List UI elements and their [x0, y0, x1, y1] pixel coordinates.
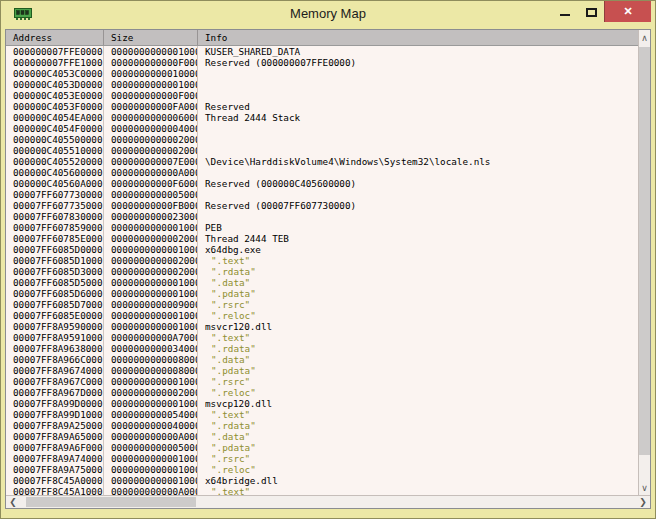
table-row[interactable]: 000000C4055000000000000000002000 [6, 134, 638, 145]
table-row[interactable]: 00007FF8A967D0000000000000002000".reloc" [6, 387, 638, 398]
cell-info: ".data" [198, 431, 638, 442]
cell-size: 0000000000040000 [104, 420, 198, 431]
table-row[interactable]: 00007FF8C45A00000000000000001000x64bridg… [6, 475, 638, 486]
column-header-info[interactable]: Info [198, 30, 638, 45]
cell-address: 00007FF6085E0000 [6, 310, 104, 321]
table-row[interactable]: 000000C4053F000000000000000FA000Reserved [6, 101, 638, 112]
cell-info: ".rdata" [198, 420, 638, 431]
table-row[interactable]: 00007FF6078590000000000000001000PEB [6, 222, 638, 233]
table-row[interactable]: 000000007FFE1000000000000000F000Reserved… [6, 57, 638, 68]
cell-address: 00007FF8A9590000 [6, 321, 104, 332]
table-row[interactable]: 00007FF8A9A750000000000000001000".reloc" [6, 464, 638, 475]
table-row[interactable]: 00007FF6077300000000000000005000 [6, 189, 638, 200]
table-row[interactable]: 000000C4053E0000000000000000F000 [6, 90, 638, 101]
table-row[interactable]: 00007FF8A9A6F0000000000000005000".pdata" [6, 442, 638, 453]
table-row[interactable]: 00007FF8A959100000000000000A7000".text" [6, 332, 638, 343]
cell-size: 0000000000001000 [104, 79, 198, 90]
cell-info: KUSER_SHARED_DATA [198, 46, 638, 57]
cell-address: 000000007FFE1000 [6, 57, 104, 68]
cell-address: 00007FF8A9638000 [6, 343, 104, 354]
cell-info: ".reloc" [198, 387, 638, 398]
table-row[interactable]: 00007FF8C45A1000000000000000A000".text" [6, 486, 638, 495]
cell-info: ".rsrc" [198, 376, 638, 387]
horizontal-scrollbar-thumb[interactable] [26, 497, 196, 507]
cell-address: 00007FF8C45A1000 [6, 486, 104, 495]
table-row[interactable]: 00007FF8A9A740000000000000001000".rsrc" [6, 453, 638, 464]
table-row[interactable]: 00007FF6078300000000000000023000 [6, 211, 638, 222]
scroll-left-arrow-icon[interactable]: ❮ [6, 496, 20, 508]
cell-size: 0000000000008000 [104, 365, 198, 376]
cell-size: 000000000007E000 [104, 156, 198, 167]
table-row[interactable]: 000000C4053C00000000000000010000 [6, 68, 638, 79]
table-row[interactable]: 00007FF6085D50000000000000001000".data" [6, 277, 638, 288]
cell-size: 000000000000A000 [104, 167, 198, 178]
cell-size: 0000000000001000 [104, 376, 198, 387]
cell-address: 000000C405510000 [6, 145, 104, 156]
cell-info: ".data" [198, 354, 638, 365]
table-row[interactable]: 00007FF6085D00000000000000001000x64dbg.e… [6, 244, 638, 255]
cell-address: 000000C40560A000 [6, 178, 104, 189]
table-row[interactable]: 00007FF8A96380000000000000034000".rdata" [6, 343, 638, 354]
table-row[interactable]: 00007FF6085D30000000000000002000".rdata" [6, 266, 638, 277]
table-row[interactable]: 00007FF8A9A65000000000000000A000".data" [6, 431, 638, 442]
scroll-right-arrow-icon[interactable]: ❯ [636, 496, 650, 508]
cell-info: ".reloc" [198, 464, 638, 475]
table-row[interactable]: 00007FF8A967C0000000000000001000".rsrc" [6, 376, 638, 387]
cell-size: 00000000000A7000 [104, 332, 198, 343]
table-row[interactable]: 00007FF8A9A250000000000000040000".rdata" [6, 420, 638, 431]
table-row[interactable]: 00007FF8A99D00000000000000001000msvcp120… [6, 398, 638, 409]
cell-size: 0000000000034000 [104, 343, 198, 354]
vertical-scrollbar-thumb[interactable] [639, 47, 650, 455]
table-row[interactable]: 000000C4055100000000000000002000 [6, 145, 638, 156]
cell-address: 00007FF8A99D0000 [6, 398, 104, 409]
scroll-up-arrow-icon[interactable]: ∧ [639, 30, 650, 46]
table-row[interactable]: 00007FF8A95900000000000000001000msvcr120… [6, 321, 638, 332]
cell-size: 0000000000002000 [104, 266, 198, 277]
table-row[interactable]: 000000C405600000000000000000A000 [6, 167, 638, 178]
cell-size: 0000000000001000 [104, 321, 198, 332]
table-row[interactable]: 000000C4054F00000000000000004000 [6, 123, 638, 134]
table-row[interactable]: 000000C4053D00000000000000001000 [6, 79, 638, 90]
cell-address: 000000C405500000 [6, 134, 104, 145]
cell-size: 0000000000001000 [104, 310, 198, 321]
titlebar[interactable]: Memory Map ✕ [1, 1, 655, 28]
vertical-scrollbar[interactable]: ∧ ∨ [638, 30, 650, 495]
table-row[interactable]: 00007FF6085D60000000000000001000".pdata" [6, 288, 638, 299]
table-row[interactable]: 00007FF6085D10000000000000002000".text" [6, 255, 638, 266]
table-row[interactable]: 000000C40560A00000000000000F6000Reserved… [6, 178, 638, 189]
table-row[interactable]: 00007FF6085E00000000000000001000".reloc" [6, 310, 638, 321]
cell-address: 00007FF607830000 [6, 211, 104, 222]
table-row[interactable]: 00007FF6085D70000000000000009000".rsrc" [6, 299, 638, 310]
table-row[interactable]: 00007FF8A966C0000000000000008000".data" [6, 354, 638, 365]
cell-size: 0000000000001000 [104, 288, 198, 299]
cell-info: ".pdata" [198, 442, 638, 453]
cell-address: 00007FF8A967D000 [6, 387, 104, 398]
table-row[interactable]: 000000007FFE00000000000000001000KUSER_SH… [6, 46, 638, 57]
minimize-button[interactable] [552, 1, 578, 22]
cell-address: 00007FF8A9A65000 [6, 431, 104, 442]
scroll-down-arrow-icon[interactable]: ∨ [639, 481, 650, 495]
table-row[interactable]: 00007FF60785E0000000000000002000Thread 2… [6, 233, 638, 244]
horizontal-scrollbar[interactable]: ❮ ❯ [6, 495, 650, 508]
table-row[interactable]: 000000C405520000000000000007E000\Device\… [6, 156, 638, 167]
table-row[interactable]: 00007FF8A96740000000000000008000".pdata" [6, 365, 638, 376]
cell-info [198, 145, 638, 156]
cell-info: Reserved [198, 101, 638, 112]
cell-info: x64dbg.exe [198, 244, 638, 255]
table-row[interactable]: 00007FF60773500000000000000FB000Reserved… [6, 200, 638, 211]
cell-info: ".pdata" [198, 365, 638, 376]
cell-size: 0000000000002000 [104, 134, 198, 145]
cell-info [198, 189, 638, 200]
table-row[interactable]: 000000C4054EA0000000000000006000Thread 2… [6, 112, 638, 123]
cell-info: ".text" [198, 409, 638, 420]
cell-address: 00007FF6085D1000 [6, 255, 104, 266]
cell-address: 00007FF6085D3000 [6, 266, 104, 277]
close-button[interactable]: ✕ [604, 1, 651, 22]
column-header-size[interactable]: Size [104, 30, 198, 45]
cell-address: 00007FF607859000 [6, 222, 104, 233]
table-row[interactable]: 00007FF8A99D10000000000000054000".text" [6, 409, 638, 420]
cell-address: 00007FF6085D0000 [6, 244, 104, 255]
cell-info: ".text" [198, 255, 638, 266]
maximize-button[interactable] [578, 1, 604, 22]
column-header-address[interactable]: Address [6, 30, 104, 45]
